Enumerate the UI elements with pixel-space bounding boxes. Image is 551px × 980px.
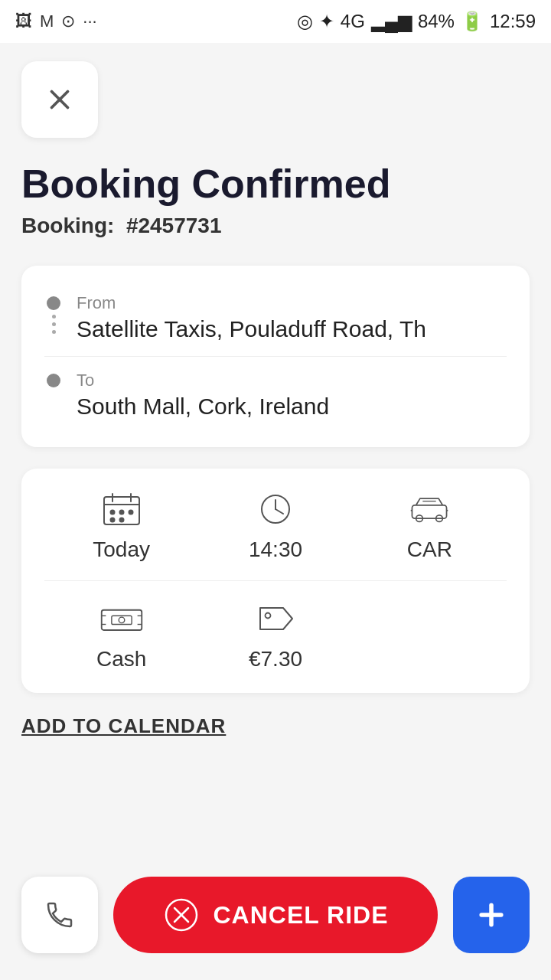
from-label: From [77, 293, 507, 313]
signal-bars: ▂▄▆ [371, 11, 412, 32]
vehicle-item: CAR [353, 490, 507, 562]
svg-point-9 [110, 518, 114, 522]
from-address: Satellite Taxis, Pouladuff Road, Th [77, 316, 507, 342]
booking-ref-number: #2457731 [126, 214, 222, 237]
svg-point-22 [119, 617, 125, 623]
battery-percent: 84% [418, 11, 455, 32]
payment-label: Cash [96, 647, 146, 671]
bottom-bar: CANCEL RIDE [0, 865, 551, 980]
date-label: Today [93, 537, 150, 562]
phone-button[interactable] [21, 877, 98, 953]
to-dot-col [44, 371, 63, 387]
time-label: 14:30 [249, 537, 302, 562]
to-info: To South Mall, Cork, Ireland [77, 371, 507, 420]
svg-point-27 [265, 613, 270, 619]
to-row: To South Mall, Cork, Ireland [44, 364, 507, 426]
svg-point-7 [119, 511, 123, 514]
clock-status-icon: ⊙ [61, 11, 75, 31]
plus-button[interactable] [453, 877, 530, 953]
dot-2 [52, 322, 56, 326]
payment-grid: Cash €7.30 [44, 599, 507, 671]
price-item: €7.30 [198, 599, 352, 671]
dots-icon: ··· [83, 11, 96, 31]
route-line [52, 310, 56, 338]
dot-1 [52, 315, 56, 318]
payment-method-item: Cash [44, 599, 198, 671]
page-title: Booking Confirmed [21, 162, 530, 206]
from-info: From Satellite Taxis, Pouladuff Road, Th [77, 293, 507, 342]
route-divider [44, 356, 507, 357]
battery-icon: 🔋 [461, 11, 484, 32]
clock-icon [253, 490, 298, 528]
cash-icon [99, 599, 145, 638]
svg-point-8 [129, 511, 132, 514]
status-bar: 🖼 M ⊙ ··· ◎ ✦ 4G ▂▄▆ 84% 🔋 12:59 [0, 0, 551, 43]
image-icon: 🖼 [15, 11, 32, 31]
time-display: 12:59 [490, 11, 536, 32]
car-icon [406, 490, 452, 528]
cancel-ride-label: CANCEL RIDE [213, 901, 388, 929]
add-to-calendar-link[interactable]: ADD TO CALENDAR [21, 714, 530, 738]
svg-point-6 [110, 511, 114, 514]
status-bar-left: 🖼 M ⊙ ··· [15, 11, 97, 31]
booking-reference: Booking: #2457731 [21, 214, 530, 238]
from-dot [47, 296, 60, 310]
to-address: South Mall, Cork, Ireland [77, 394, 507, 420]
price-label: €7.30 [249, 647, 302, 671]
network-type: 4G [341, 11, 365, 32]
from-row: From Satellite Taxis, Pouladuff Road, Th [44, 287, 507, 348]
svg-line-13 [276, 509, 283, 514]
to-label: To [77, 371, 507, 390]
dot-3 [52, 330, 56, 334]
to-dot [47, 374, 60, 387]
details-card: Today 14:30 [21, 469, 530, 693]
gmail-icon: M [40, 11, 54, 31]
svg-point-10 [119, 518, 123, 522]
route-card: From Satellite Taxis, Pouladuff Road, Th… [21, 266, 530, 447]
main-content: Booking Confirmed Booking: #2457731 From… [0, 43, 551, 891]
cancel-icon [162, 896, 201, 934]
date-item: Today [44, 490, 198, 562]
title-section: Booking Confirmed Booking: #2457731 [21, 162, 530, 238]
from-dot-col [44, 293, 63, 338]
tag-icon [253, 599, 298, 638]
svg-rect-20 [101, 610, 142, 630]
details-grid: Today 14:30 [44, 490, 507, 581]
status-bar-right: ◎ ✦ 4G ▂▄▆ 84% 🔋 12:59 [297, 11, 536, 32]
time-item: 14:30 [198, 490, 352, 562]
bluetooth-icon: ✦ [319, 11, 334, 32]
cancel-ride-button[interactable]: CANCEL RIDE [113, 877, 438, 953]
close-button[interactable] [21, 61, 98, 138]
calendar-icon [99, 490, 145, 528]
booking-label: Booking: [21, 214, 114, 237]
vehicle-label: CAR [407, 537, 452, 562]
location-icon: ◎ [297, 11, 313, 32]
empty-item [353, 599, 507, 671]
